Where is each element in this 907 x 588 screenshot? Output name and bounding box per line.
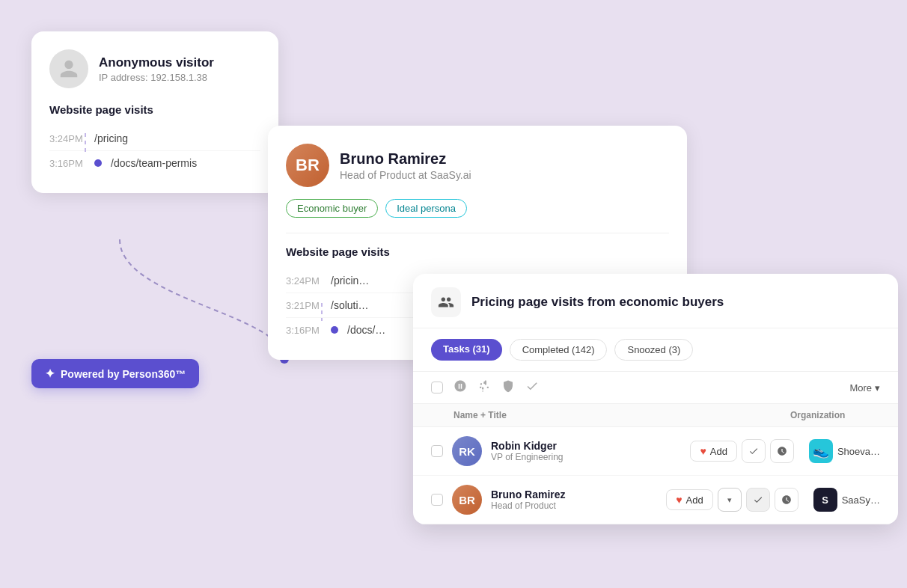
visit-path: /soluti…	[331, 299, 369, 311]
action-dropdown-button[interactable]: ▾	[718, 488, 742, 512]
add-label: Add	[710, 446, 727, 457]
more-button[interactable]: More ▾	[849, 382, 880, 393]
ideal-persona-tag[interactable]: Ideal persona	[385, 199, 467, 218]
tab-completed[interactable]: Completed (142)	[510, 339, 608, 361]
chevron-down-icon: ▾	[875, 382, 880, 393]
add-button[interactable]: ♥ Add	[666, 489, 712, 510]
user-info: Bruno Ramirez Head of Product at SaaSy.a…	[340, 150, 471, 181]
person-title: Head of Product at SaaSy.ai	[340, 169, 471, 181]
row-actions: ♥ Add	[690, 439, 793, 463]
slack-icon[interactable]	[477, 379, 491, 396]
visit-time: 3:24PM	[49, 133, 85, 144]
user-info: Anonymous visitor IP address: 192.158.1.…	[99, 55, 214, 83]
person-info: Bruno Ramirez Head of Product	[491, 489, 657, 511]
person-name: Robin Kidger	[491, 440, 681, 452]
visit-time: 3:21PM	[286, 300, 322, 311]
action-check-button[interactable]	[742, 439, 766, 463]
timeline-dot	[331, 326, 338, 334]
heart-icon: ♥	[676, 494, 682, 506]
visitor-ip: IP address: 192.158.1.38	[99, 72, 214, 83]
section-title: Website page visits	[286, 245, 669, 258]
list-item: 3:16PM /docs/team-permis	[49, 151, 260, 175]
tab-tasks[interactable]: Tasks (31)	[431, 339, 502, 361]
visit-list: 3:24PM /pricing 3:16PM /docs/team-permis	[49, 126, 260, 175]
table-row: RK Robin Kidger VP of Engineering ♥ Add …	[413, 427, 898, 476]
column-headers: Name + Title Organization	[413, 404, 898, 427]
org-name: Shoeva…	[837, 446, 880, 457]
timeline-dot	[94, 159, 102, 167]
heart-icon: ♥	[700, 445, 706, 457]
shield-icon[interactable]	[501, 379, 515, 396]
action-check-button[interactable]	[746, 488, 770, 512]
action-clock-button[interactable]	[770, 439, 794, 463]
avatar: BR	[452, 485, 482, 515]
salesforce-icon[interactable]	[454, 379, 467, 396]
table-row: BR Bruno Ramirez Head of Product ♥ Add ▾…	[413, 476, 898, 524]
user-row: Anonymous visitor IP address: 192.158.1.…	[49, 49, 260, 88]
org-badge: S	[813, 488, 837, 512]
select-all-checkbox[interactable]	[431, 382, 443, 393]
visit-path: /pricing	[94, 132, 128, 144]
panel-header: Pricing page visits from economic buyers	[413, 274, 898, 328]
anonymous-visitor-card: Anonymous visitor IP address: 192.158.1.…	[31, 31, 278, 193]
col-org-header: Organization	[790, 410, 880, 420]
tags-row: Economic buyer Ideal persona	[286, 199, 669, 218]
visit-path: /docs/team-permis	[111, 157, 197, 169]
avatar	[49, 49, 88, 88]
person-title: VP of Engineering	[491, 452, 681, 462]
row-actions: ♥ Add ▾	[666, 488, 798, 512]
section-title: Website page visits	[49, 103, 260, 116]
powered-label: Powered by Person360™	[61, 368, 186, 380]
avatar: RK	[452, 436, 482, 466]
chevron-down-icon: ▾	[727, 495, 732, 505]
add-button[interactable]: ♥ Add	[690, 441, 736, 462]
row-checkbox[interactable]	[431, 494, 443, 506]
panel-title: Pricing page visits from economic buyers	[471, 295, 724, 310]
toolbar-row: More ▾	[413, 372, 898, 404]
person-name: Bruno Ramirez	[491, 489, 657, 500]
list-item: 3:24PM /pricing	[49, 126, 260, 151]
pricing-panel: Pricing page visits from economic buyers…	[413, 274, 898, 524]
person-info: Robin Kidger VP of Engineering	[491, 440, 681, 462]
more-label: More	[849, 382, 872, 393]
visit-time: 3:16PM	[49, 158, 85, 169]
people-icon	[438, 294, 454, 310]
visitor-name: Anonymous visitor	[99, 55, 214, 70]
org-name: SaaSy…	[842, 494, 880, 506]
user-row: BR Bruno Ramirez Head of Product at SaaS…	[286, 144, 669, 187]
avatar: BR	[286, 144, 329, 187]
check-icon[interactable]	[525, 379, 539, 396]
action-clock-button[interactable]	[775, 488, 798, 512]
visit-time: 3:24PM	[286, 275, 322, 287]
add-label: Add	[686, 494, 703, 506]
tabs-row: Tasks (31) Completed (142) Snoozed (3)	[413, 328, 898, 372]
person-title: Head of Product	[491, 500, 657, 511]
visit-path: /pricin…	[331, 275, 369, 287]
tab-snoozed[interactable]: Snoozed (3)	[614, 339, 693, 361]
panel-icon-wrap	[431, 287, 461, 317]
col-name-header: Name + Title	[431, 410, 790, 420]
row-checkbox[interactable]	[431, 445, 443, 457]
visit-time: 3:16PM	[286, 325, 322, 336]
visit-path: /docs/…	[347, 324, 385, 336]
person-name: Bruno Ramirez	[340, 150, 471, 168]
org-badge: 👟	[809, 439, 833, 463]
sparkle-icon: ✦	[45, 367, 55, 381]
powered-badge[interactable]: ✦ Powered by Person360™	[31, 359, 199, 388]
economic-buyer-tag[interactable]: Economic buyer	[286, 199, 378, 218]
